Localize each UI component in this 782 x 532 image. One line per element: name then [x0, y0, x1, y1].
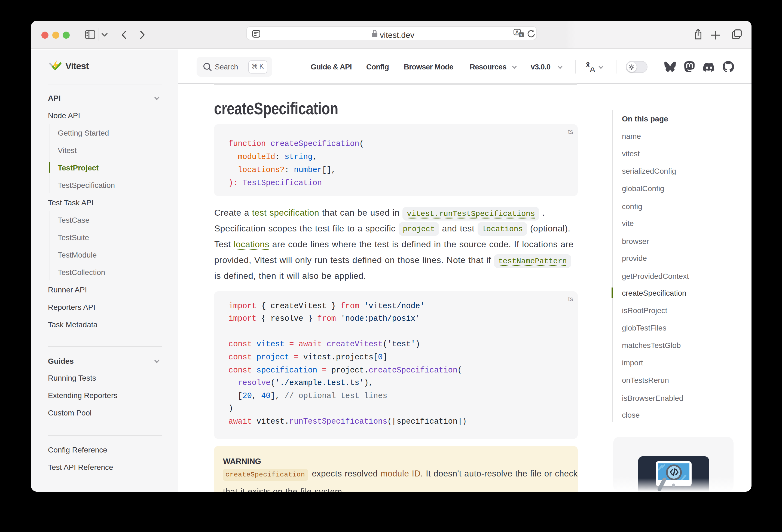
svg-text:A: A — [590, 65, 595, 72]
svg-text:x: x — [520, 32, 522, 37]
svg-text:x̄: x̄ — [586, 62, 590, 68]
svg-text:A: A — [515, 30, 519, 35]
